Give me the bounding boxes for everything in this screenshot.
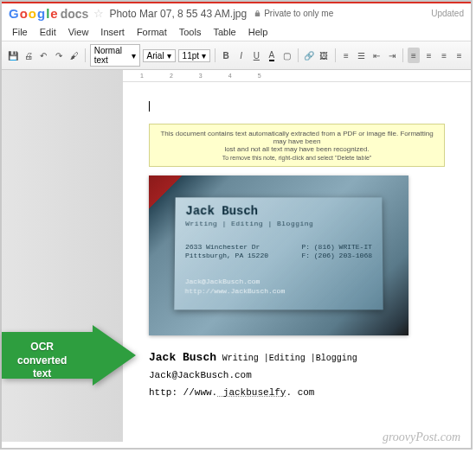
menu-file[interactable]: File (7, 25, 33, 39)
underline-icon[interactable]: U (250, 48, 263, 63)
image-icon[interactable]: 🖼 (318, 48, 331, 63)
google-logo: Google docs (9, 6, 88, 21)
toolbar: 💾 🖨 ↶ ↷ 🖌 Normal text ▾ Arial ▾ 11pt ▾ B… (2, 41, 471, 70)
bullet-list-icon[interactable]: ☰ (355, 48, 368, 63)
callout-arrow: OCRconvertedtext (2, 325, 136, 386)
embedded-image[interactable]: Jack Busch Writing | Editing | Blogging … (149, 175, 408, 335)
italic-icon[interactable]: I (235, 48, 248, 63)
font-select[interactable]: Arial ▾ (143, 49, 176, 62)
menu-help[interactable]: Help (243, 25, 273, 39)
paint-icon[interactable]: 🖌 (68, 48, 80, 63)
lock-icon (254, 10, 261, 17)
size-select[interactable]: 11pt ▾ (178, 49, 210, 62)
watermark: groovyPost.com (383, 431, 460, 444)
redo-icon[interactable]: ↷ (53, 48, 66, 63)
privacy-badge[interactable]: Private to only me (254, 9, 333, 18)
number-list-icon[interactable]: ≡ (340, 48, 353, 63)
document-title[interactable]: Photo Mar 07, 8 55 43 AM.jpg (109, 8, 247, 20)
outdent-icon[interactable]: ⇤ (370, 48, 383, 63)
ocr-text-block[interactable]: Jack Busch Writing |Editing |Blogging Ja… (149, 348, 445, 402)
chevron-down-icon: ▾ (202, 51, 206, 61)
menu-table[interactable]: Table (208, 25, 241, 39)
save-status: Updated (431, 9, 464, 18)
menu-edit[interactable]: Edit (35, 25, 61, 39)
highlight-icon[interactable]: ▢ (280, 48, 293, 63)
left-gutter (2, 70, 123, 442)
indent-icon[interactable]: ⇥ (385, 48, 398, 63)
text-cursor (149, 101, 150, 112)
menu-tools[interactable]: Tools (174, 25, 207, 39)
text-color-icon[interactable]: A (266, 48, 279, 63)
ocr-notice[interactable]: This document contains text automaticall… (149, 124, 445, 167)
business-card: Jack Busch Writing | Editing | Blogging … (174, 197, 383, 309)
document-page[interactable]: 12345 This document contains text automa… (123, 70, 471, 442)
undo-icon[interactable]: ↶ (37, 48, 50, 63)
chevron-down-icon: ▾ (167, 51, 171, 61)
menu-view[interactable]: View (63, 25, 94, 39)
save-icon[interactable]: 💾 (7, 48, 20, 63)
star-icon[interactable]: ☆ (93, 7, 104, 20)
menu-bar: File Edit View Insert Format Tools Table… (2, 23, 471, 41)
chevron-down-icon: ▾ (132, 51, 136, 61)
menu-format[interactable]: Format (132, 25, 172, 39)
style-select[interactable]: Normal text ▾ (90, 44, 140, 67)
align-right-icon[interactable]: ≡ (438, 48, 451, 63)
ruler[interactable]: 12345 (123, 70, 471, 82)
link-icon[interactable]: 🔗 (303, 48, 316, 63)
align-center-icon[interactable]: ≡ (422, 48, 435, 63)
app-header: Google docs ☆ Photo Mar 07, 8 55 43 AM.j… (2, 3, 471, 23)
print-icon[interactable]: 🖨 (23, 48, 35, 63)
align-left-icon[interactable]: ≡ (408, 48, 421, 63)
bold-icon[interactable]: B (220, 48, 233, 63)
align-justify-icon[interactable]: ≡ (453, 48, 466, 63)
menu-insert[interactable]: Insert (95, 25, 130, 39)
